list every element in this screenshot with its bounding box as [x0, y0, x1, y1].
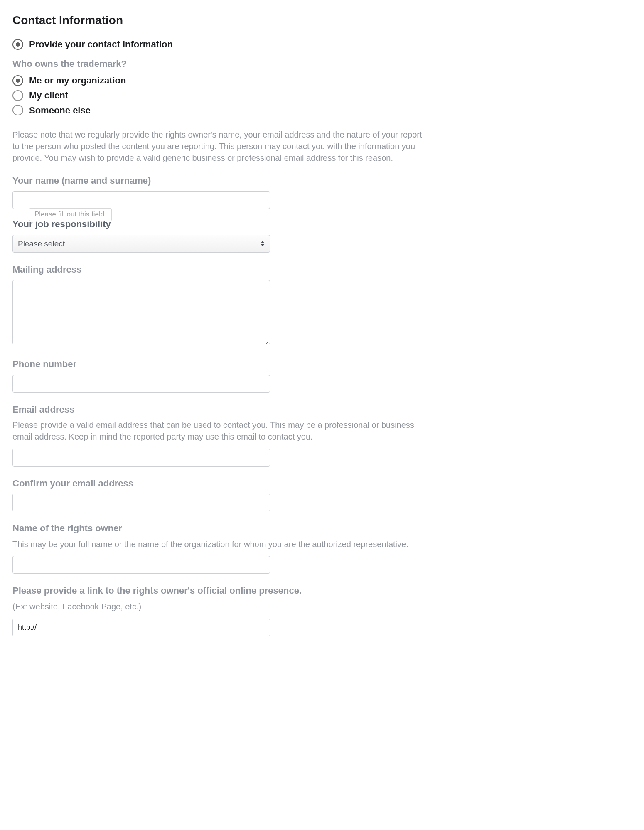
rights-owner-link-helper: (Ex: website, Facebook Page, etc.) [12, 601, 424, 613]
confirm-email-input[interactable] [12, 494, 270, 511]
name-label: Your name (name and surname) [12, 174, 424, 187]
owner-option-someone-else[interactable]: Someone else [12, 104, 424, 117]
email-helper: Please provide a valid email address tha… [12, 420, 424, 442]
phone-label: Phone number [12, 358, 424, 371]
confirm-email-label: Confirm your email address [12, 477, 424, 490]
provide-contact-label: Provide your contact information [29, 38, 173, 51]
email-input[interactable] [12, 449, 270, 467]
rights-owner-name-helper: This may be your full name or the name o… [12, 539, 424, 550]
job-select-value: Please select [18, 238, 65, 249]
radio-icon [12, 39, 23, 50]
disclosure-notice: Please note that we regularly provide th… [12, 129, 424, 164]
owner-option-label: My client [29, 89, 68, 102]
radio-icon [12, 75, 23, 86]
radio-icon [12, 90, 23, 101]
radio-icon [12, 105, 23, 115]
rights-owner-link-input[interactable] [12, 619, 270, 636]
svg-marker-1 [261, 244, 265, 246]
validation-tooltip: Please fill out this field. [29, 208, 112, 221]
job-select[interactable]: Please select [12, 235, 270, 253]
owner-option-client[interactable]: My client [12, 89, 424, 102]
mailing-label: Mailing address [12, 263, 424, 276]
rights-owner-name-input[interactable] [12, 556, 270, 574]
email-label: Email address [12, 403, 424, 416]
owner-option-me[interactable]: Me or my organization [12, 74, 424, 87]
rights-owner-name-label: Name of the rights owner [12, 522, 424, 535]
select-arrows-icon [261, 241, 265, 246]
rights-owner-link-label: Please provide a link to the rights owne… [12, 584, 424, 597]
mailing-input[interactable] [12, 280, 270, 344]
owner-question-label: Who owns the trademark? [12, 58, 424, 70]
owner-option-label: Someone else [29, 104, 91, 117]
phone-input[interactable] [12, 375, 270, 393]
section-heading: Contact Information [12, 12, 424, 28]
name-input[interactable] [12, 191, 270, 209]
svg-marker-0 [261, 241, 265, 243]
provide-contact-radio[interactable]: Provide your contact information [12, 38, 424, 51]
owner-option-label: Me or my organization [29, 74, 126, 87]
